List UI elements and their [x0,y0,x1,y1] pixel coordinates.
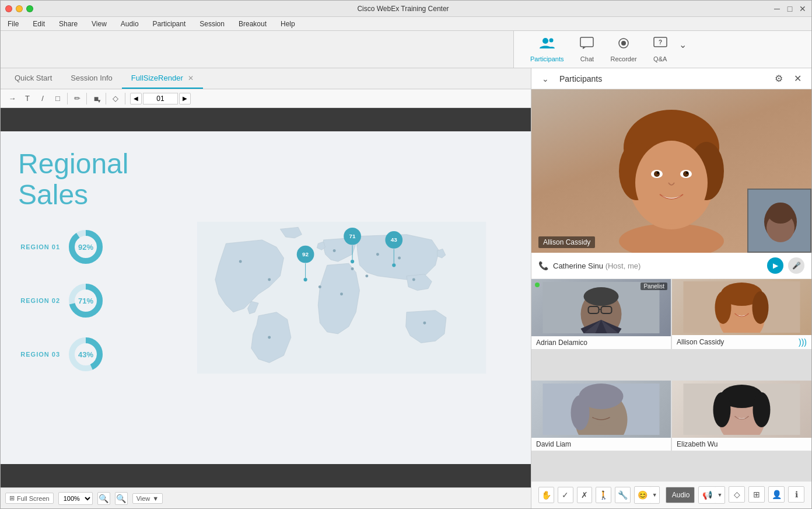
chat-tool[interactable]: Chat [573,33,601,66]
tab-quick-start[interactable]: Quick Start [5,68,61,89]
more-tools-button[interactable]: ⌄ [677,37,689,53]
menu-session[interactable]: Session [197,19,227,29]
recorder-label: Recorder [610,55,636,62]
info-button[interactable]: ℹ [788,486,804,503]
emoji-dropdown-button[interactable]: ▼ [650,487,659,503]
bottom-status-bar: ⊞ Full Screen 100% 50% 75% 125% 150% 🔍 [1,487,531,508]
video-icon: ▶ [773,262,778,270]
text-tool[interactable]: T [20,92,34,106]
menu-audio[interactable]: Audio [118,19,141,29]
participants-settings-button[interactable]: ⚙ [772,72,786,86]
elizabeth-name-bar: Elizabeth Wu [672,438,811,451]
person-button[interactable]: 👤 [768,486,785,503]
recorder-tool[interactable]: Recorder [603,33,643,66]
walk-button[interactable]: 🚶 [596,487,611,503]
participants-title: Participants [559,74,767,83]
qa-tool[interactable]: ? Q&A [646,33,674,66]
top-left-spacer [1,31,514,68]
menu-file[interactable]: File [5,19,21,29]
slide-presentation: Regional Sales REGION 01 [1,131,531,464]
region-02-value: 71% [78,296,93,305]
maximize-traffic-light[interactable] [26,5,33,12]
hand-raise-button[interactable]: ✋ [538,487,554,503]
menu-share[interactable]: Share [57,19,80,29]
check-button[interactable]: ✓ [558,487,573,503]
zoom-select[interactable]: 100% 50% 75% 125% 150% [58,492,93,505]
tab-bar: Quick Start Session Info FullSizeRender … [1,68,531,89]
eraser-action-button[interactable]: ◇ [729,486,745,503]
minimize-traffic-light[interactable] [16,5,23,12]
qa-label: Q&A [653,55,667,62]
select-tool[interactable]: → [5,92,19,106]
broadcast-button[interactable]: 📢 [699,487,715,503]
collapse-participants-button[interactable]: ⌄ [538,72,552,86]
tab-close-button[interactable]: ✕ [188,74,194,82]
toolbar-separator-1 [67,93,68,104]
slide-map-area: 92 71 [170,143,513,452]
host-video-button[interactable]: ▶ [767,257,783,274]
host-mic-button[interactable]: 🎤 [788,257,804,274]
close-button[interactable]: ✕ [799,5,807,13]
restore-button[interactable]: □ [786,5,794,13]
svg-point-27 [304,278,307,281]
svg-point-53 [768,203,793,224]
menu-help[interactable]: Help [278,19,298,29]
traffic-lights [5,5,33,12]
minimize-button[interactable]: ─ [773,5,781,13]
icon-toolbar: Participants Chat [514,31,811,68]
pencil-tool[interactable]: ✏ [70,92,84,106]
panelist-badge: Panelist [640,283,667,290]
eraser-tool[interactable]: ◇ [108,92,123,106]
region-03-label: REGION 03 [18,351,60,358]
next-page-button[interactable]: ▶ [179,93,191,104]
grid-button[interactable]: ⊞ [748,486,765,503]
tab-fullsize-render[interactable]: FullSizeRender ✕ [122,68,203,89]
menu-view[interactable]: View [89,19,109,29]
allison-name: Allison Cassidy [677,338,724,346]
menu-breakout[interactable]: Breakout [236,19,269,29]
page-input[interactable] [143,93,178,104]
fullscreen-button[interactable]: ⊞ Full Screen [5,493,54,504]
x-button[interactable]: ✗ [577,487,593,503]
region-01-label: REGION 01 [18,243,60,250]
page-navigation: ◀ ▶ [130,93,191,104]
emoji-button[interactable]: 😊 [635,487,650,503]
svg-point-16 [333,249,336,252]
slide-bottom-bar [1,464,531,487]
zoom-in-button[interactable]: 🔍 [97,492,110,505]
svg-point-21 [423,322,426,325]
adrian-name: Adrian Delamico [536,339,587,347]
prev-page-button[interactable]: ◀ [130,93,142,104]
tab-session-info[interactable]: Session Info [61,68,122,89]
main-speaker-video: Allison Cassidy [531,89,811,253]
participants-tool[interactable]: Participants [523,33,570,66]
slide-left-content: Regional Sales REGION 01 [18,143,170,452]
broadcast-group: 📢 ▼ [698,486,725,504]
zoom-out-button[interactable]: 🔍 [115,492,128,505]
tools-button[interactable]: 🔧 [615,487,631,503]
view-button[interactable]: View ▼ [132,493,163,504]
audio-group: Audio [666,487,695,503]
shape-tool[interactable]: □ [51,92,65,106]
svg-point-20 [268,336,271,339]
close-traffic-light[interactable] [5,5,12,12]
region-02-row: REGION 02 71% [18,282,170,319]
svg-point-35 [392,263,396,267]
region-03-chart: 43% [67,336,104,373]
audio-button[interactable]: Audio [666,487,695,503]
menu-edit[interactable]: Edit [30,19,47,29]
participants-icon [540,37,555,53]
menu-participant[interactable]: Participant [150,19,188,29]
bottom-right-actions: 📢 ▼ ◇ ⊞ 👤 ℹ [698,486,804,504]
top-icon-row: Participants Chat [1,31,811,68]
window-title: Cisco WebEx Training Center [33,5,773,13]
svg-point-49 [686,172,688,174]
svg-point-23 [318,285,321,288]
broadcast-dropdown[interactable]: ▼ [715,487,724,503]
fill-color-tool[interactable]: ■ ▼ [89,92,103,106]
menubar: File Edit Share View Audio Participant S… [1,17,811,31]
qa-icon: ? [653,37,667,53]
line-tool[interactable]: / [36,92,50,106]
svg-point-48 [683,171,689,177]
participants-close-button[interactable]: ✕ [790,72,804,86]
